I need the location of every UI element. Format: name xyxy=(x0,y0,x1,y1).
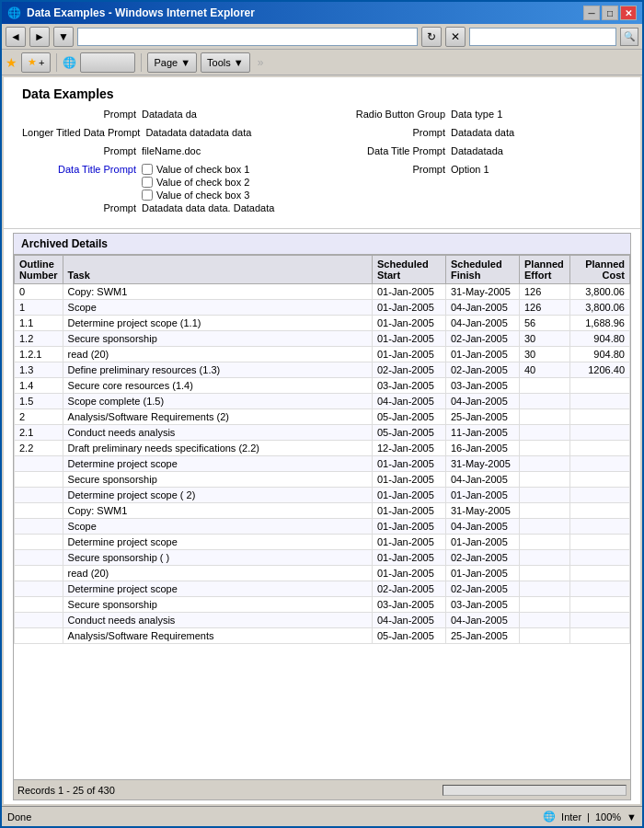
zoom-separator: | xyxy=(587,811,590,822)
blank-button[interactable] xyxy=(80,52,135,73)
value-filename: fileName.doc xyxy=(142,145,201,156)
cell-planned-cost xyxy=(570,441,630,456)
col-header-sched-finish: ScheduledFinish xyxy=(446,256,520,284)
cell-outline: 1.5 xyxy=(15,394,63,409)
table-row[interactable]: 1.4 Secure core resources (1.4) 03-Jan-2… xyxy=(15,378,630,394)
col-header-planned-cost: PlannedCost xyxy=(570,256,630,284)
table-row[interactable]: 1.2.1 read (20) 01-Jan-2005 01-Jan-2005 … xyxy=(15,347,630,362)
table-row[interactable]: Secure sponsorship ( ) 01-Jan-2005 02-Ja… xyxy=(15,550,630,566)
address-bar: ◄ ► ▼ ↻ ✕ 🔍 xyxy=(2,24,642,50)
window-icon: 🌐 xyxy=(7,6,21,19)
forward-button[interactable]: ► xyxy=(29,27,50,47)
cell-planned-cost xyxy=(570,581,630,597)
address-input[interactable] xyxy=(77,28,418,46)
cell-sched-start: 01-Jan-2005 xyxy=(373,566,446,581)
cell-planned-effort xyxy=(520,409,570,425)
minimize-button[interactable]: ─ xyxy=(583,6,600,20)
table-row[interactable]: read (20) 01-Jan-2005 01-Jan-2005 xyxy=(15,566,630,581)
cell-sched-start: 02-Jan-2005 xyxy=(373,362,446,378)
cell-sched-start: 05-Jan-2005 xyxy=(373,628,446,644)
table-row[interactable]: Determine project scope ( 2) 01-Jan-2005… xyxy=(15,488,630,503)
scrollbar-area[interactable] xyxy=(443,785,627,796)
toolbar: ★ ★+ 🌐 Page ▼ Tools ▼ » xyxy=(2,50,642,75)
table-row[interactable]: 2 Analysis/Software Requirements (2) 05-… xyxy=(15,409,630,425)
cell-planned-cost: 3,800.06 xyxy=(570,300,630,316)
cell-planned-cost: 1,688.96 xyxy=(570,316,630,331)
table-row[interactable]: Determine project scope 01-Jan-2005 31-M… xyxy=(15,456,630,472)
table-row[interactable]: 2.2 Draft preliminary needs specificatio… xyxy=(15,441,630,456)
checkbox-3[interactable] xyxy=(142,190,153,201)
table-row[interactable]: Determine project scope 01-Jan-2005 01-J… xyxy=(15,535,630,550)
table-row[interactable]: Scope 01-Jan-2005 04-Jan-2005 xyxy=(15,519,630,535)
form-row-prompt-r2: Prompt Datadata data xyxy=(331,127,622,144)
checkbox-1[interactable] xyxy=(142,164,153,175)
cell-sched-start: 01-Jan-2005 xyxy=(373,331,446,347)
cell-sched-finish: 02-Jan-2005 xyxy=(446,550,520,566)
search-input[interactable] xyxy=(469,28,616,46)
close-button[interactable]: ✕ xyxy=(620,6,637,20)
zoom-dropdown-icon[interactable]: ▼ xyxy=(627,811,637,822)
data-table: OutlineNumber Task ScheduledStart Schedu… xyxy=(14,255,630,644)
cell-planned-effort xyxy=(520,456,570,472)
cell-task: Define preliminary resources (1.3) xyxy=(63,362,372,378)
checkbox-row-2[interactable]: Value of check box 2 xyxy=(142,177,249,188)
back-button[interactable]: ◄ xyxy=(6,27,26,47)
cell-planned-cost: 3,800.06 xyxy=(570,284,630,300)
checkbox-row-1[interactable]: Value of check box 1 xyxy=(142,164,249,175)
cell-planned-effort xyxy=(520,378,570,394)
table-row[interactable]: Copy: SWM1 01-Jan-2005 31-May-2005 xyxy=(15,503,630,519)
cell-task: read (20) xyxy=(63,566,372,581)
toolbar-overflow-icon: » xyxy=(258,56,264,69)
cell-sched-finish: 01-Jan-2005 xyxy=(446,535,520,550)
table-row[interactable]: Determine project scope 02-Jan-2005 02-J… xyxy=(15,581,630,597)
tools-button[interactable]: Tools ▼ xyxy=(201,52,250,73)
cell-sched-start: 03-Jan-2005 xyxy=(373,597,446,613)
cell-sched-start: 02-Jan-2005 xyxy=(373,581,446,597)
cell-planned-effort: 30 xyxy=(520,331,570,347)
cell-task: Secure core resources (1.4) xyxy=(63,378,372,394)
title-bar-left: 🌐 Data Examples - Windows Internet Explo… xyxy=(7,6,255,19)
cell-sched-start: 01-Jan-2005 xyxy=(373,503,446,519)
table-row[interactable]: 1.1 Determine project scope (1.1) 01-Jan… xyxy=(15,316,630,331)
cell-outline xyxy=(15,503,63,519)
cell-planned-effort xyxy=(520,613,570,628)
checkbox-row-3[interactable]: Value of check box 3 xyxy=(142,190,249,201)
table-row[interactable]: 2.1 Conduct needs analysis 05-Jan-2005 1… xyxy=(15,425,630,441)
search-go-button[interactable]: 🔍 xyxy=(620,28,638,46)
cell-planned-cost xyxy=(570,519,630,535)
dropdown-button[interactable]: ▼ xyxy=(53,27,74,47)
title-bar: 🌐 Data Examples - Windows Internet Explo… xyxy=(2,2,642,24)
form-left: Prompt Datadata da Longer Titled Data Pr… xyxy=(22,109,313,219)
cell-outline xyxy=(15,566,63,581)
stop-button[interactable]: ✕ xyxy=(445,27,466,47)
window-title: Data Examples - Windows Internet Explore… xyxy=(27,6,255,19)
refresh-button[interactable]: ↻ xyxy=(421,27,442,47)
checkbox-2[interactable] xyxy=(142,177,153,188)
cell-planned-effort xyxy=(520,566,570,581)
cell-task: Determine project scope xyxy=(63,581,372,597)
cell-outline: 2.1 xyxy=(15,425,63,441)
value-option: Option 1 xyxy=(451,164,489,175)
page-button[interactable]: Page ▼ xyxy=(147,52,197,73)
table-row[interactable]: 1.2 Secure sponsorship 01-Jan-2005 02-Ja… xyxy=(15,331,630,347)
label-prompt-r2: Prompt xyxy=(331,127,451,138)
cell-sched-start: 01-Jan-2005 xyxy=(373,535,446,550)
content-area: Data Examples Prompt Datadata da Longer … xyxy=(4,77,640,804)
table-row[interactable]: 0 Copy: SWM1 01-Jan-2005 31-May-2005 126… xyxy=(15,284,630,300)
toolbar-separator-2 xyxy=(141,53,142,72)
table-row[interactable]: 1 Scope 01-Jan-2005 04-Jan-2005 126 3,80… xyxy=(15,300,630,316)
table-row[interactable]: Secure sponsorship 01-Jan-2005 04-Jan-20… xyxy=(15,472,630,488)
table-row[interactable]: Analysis/Software Requirements 05-Jan-20… xyxy=(15,628,630,644)
table-row[interactable]: Conduct needs analysis 04-Jan-2005 04-Ja… xyxy=(15,613,630,628)
maximize-button[interactable]: □ xyxy=(602,6,618,20)
table-container[interactable]: OutlineNumber Task ScheduledStart Schedu… xyxy=(14,255,630,779)
value-radio: Data type 1 xyxy=(451,109,502,120)
cell-sched-start: 01-Jan-2005 xyxy=(373,456,446,472)
table-row[interactable]: 1.3 Define preliminary resources (1.3) 0… xyxy=(15,362,630,378)
status-right: 🌐 Inter | 100% ▼ xyxy=(543,811,637,822)
table-row[interactable]: 1.5 Scope complete (1.5) 04-Jan-2005 04-… xyxy=(15,394,630,409)
cell-sched-start: 05-Jan-2005 xyxy=(373,409,446,425)
cell-planned-cost: 904.80 xyxy=(570,347,630,362)
add-favorites-button[interactable]: ★+ xyxy=(21,52,51,73)
table-row[interactable]: Secure sponsorship 03-Jan-2005 03-Jan-20… xyxy=(15,597,630,613)
